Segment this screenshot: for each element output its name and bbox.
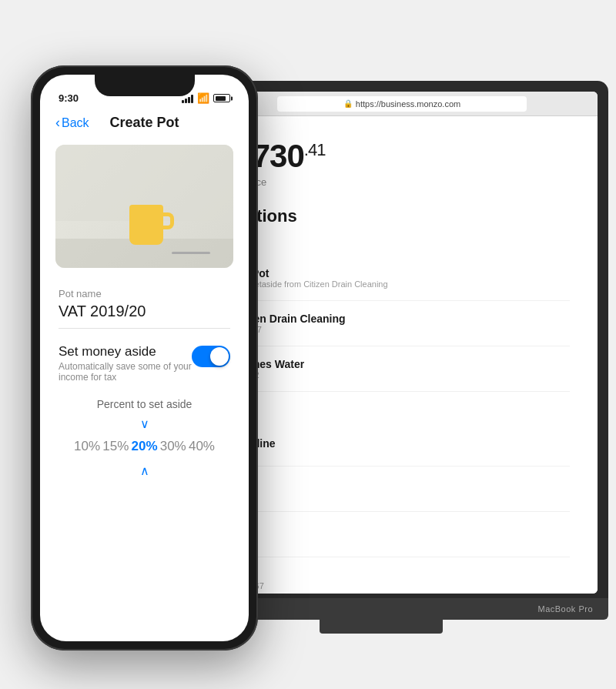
signal-bar-1: [182, 100, 184, 103]
balance-decimal: .41: [304, 140, 326, 159]
percent-20[interactable]: 20%: [131, 436, 157, 457]
status-icons: 📶: [182, 92, 230, 104]
signal-bar-2: [185, 99, 187, 103]
percent-label: Percent to set aside: [59, 398, 230, 410]
iphone-device: 9:30 📶 ‹ Ba: [31, 65, 262, 666]
signal-bar-3: [188, 97, 190, 103]
percent-options-row: 10% 15% 20% 30% 40%: [59, 436, 230, 457]
pot-image-inner: [55, 145, 233, 268]
percent-40[interactable]: 40%: [189, 436, 215, 457]
laptop-illustration: [172, 252, 210, 254]
iphone-frame: 9:30 📶 ‹ Ba: [31, 65, 258, 651]
signal-bar-4: [191, 95, 193, 103]
toggle-sub-label: Automatically save some of your income f…: [59, 361, 192, 383]
battery-fill: [216, 96, 226, 101]
url-bar[interactable]: 🔒 https://business.monzo.com: [277, 96, 527, 112]
percent-10[interactable]: 10%: [74, 436, 100, 457]
macbook-logo-text: MacBook Pro: [537, 604, 593, 614]
battery-icon: [213, 94, 230, 102]
back-button[interactable]: ‹ Back: [55, 115, 89, 131]
toggle-knob: [210, 347, 229, 366]
macbook-stand: [320, 620, 443, 634]
pot-image: [55, 145, 233, 268]
percent-30[interactable]: 30%: [160, 436, 186, 457]
toggle-label-group: Set money aside Automatically save some …: [59, 344, 192, 383]
ssl-lock-icon: 🔒: [343, 99, 353, 108]
iphone-screen: 9:30 📶 ‹ Ba: [40, 75, 249, 641]
wifi-icon: 📶: [197, 92, 209, 104]
url-text: https://business.monzo.com: [356, 99, 460, 109]
status-time: 9:30: [59, 92, 79, 104]
iphone-notch: [95, 75, 195, 96]
set-aside-toggle[interactable]: [192, 346, 230, 367]
toggle-main-label: Set money aside: [59, 344, 192, 360]
percent-up-arrow-icon[interactable]: ∧: [59, 463, 230, 478]
pot-name-label: Pot name: [59, 288, 230, 299]
mug-illustration: [129, 205, 163, 245]
percent-down-arrow-icon[interactable]: ∨: [59, 416, 230, 431]
nav-bar: ‹ Back Create Pot: [40, 109, 249, 137]
back-label[interactable]: Back: [62, 116, 89, 130]
back-chevron-icon: ‹: [55, 115, 60, 131]
pot-name-value[interactable]: VAT 2019/20: [59, 303, 230, 329]
percent-picker: Percent to set aside ∨ 10% 15% 20% 30% 4…: [59, 386, 230, 478]
pot-form: Pot name VAT 2019/20 Set money aside Aut…: [40, 276, 249, 490]
screen-title: Create Pot: [109, 115, 179, 131]
toggle-row: Set money aside Automatically save some …: [59, 344, 230, 383]
percent-15[interactable]: 15%: [102, 436, 129, 457]
